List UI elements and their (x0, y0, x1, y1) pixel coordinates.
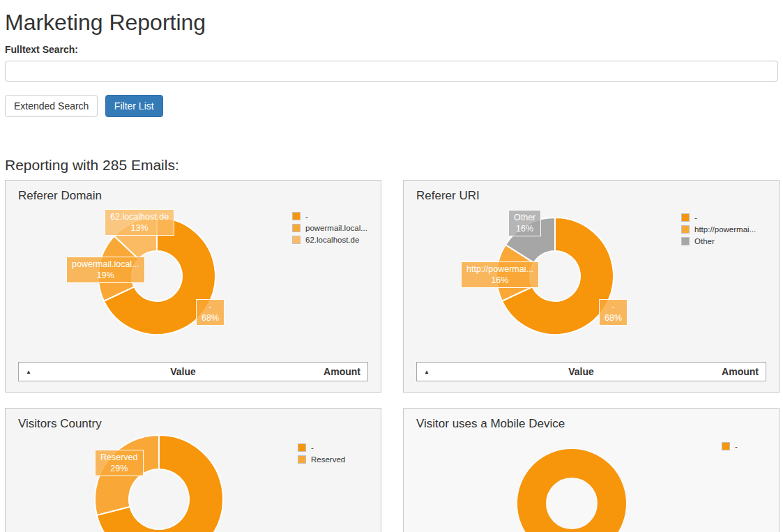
legend-swatch-icon (681, 237, 690, 245)
slice-label-line: - (605, 301, 622, 312)
slice-label-line: powermail.local... (72, 259, 139, 270)
legend-swatch-icon (722, 442, 730, 450)
slice-label: Other16% (508, 210, 541, 236)
results-table-header: ▲ValueAmount (416, 362, 766, 381)
legend-label: powermail.local... (305, 224, 367, 232)
visitor-mobile-device-donut-svg (416, 436, 766, 532)
fulltext-search-label: Fulltext Search: (5, 44, 778, 55)
slice-label: 62.localhost.de13% (105, 209, 174, 236)
legend-label: - (305, 212, 308, 220)
legend-label: Reserved (311, 455, 345, 464)
slice-label-line: 13% (110, 222, 169, 234)
slice-label-line: Reserved (100, 452, 138, 463)
chart-legend: -http://powermai...Other (681, 211, 756, 247)
slice-label-line: 19% (72, 270, 139, 281)
chart-legend: - (722, 440, 738, 452)
sort-asc-icon[interactable]: ▲ (424, 369, 441, 375)
results-table-header: ▲ValueAmount (18, 362, 368, 381)
filter-list-button[interactable]: Filter List (105, 95, 163, 117)
column-header-amount[interactable]: Amount (722, 366, 759, 377)
legend-swatch-icon (292, 224, 301, 232)
legend-item[interactable]: Other (681, 235, 756, 247)
extended-search-button[interactable]: Extended Search (5, 95, 98, 117)
slice-label-line: Other (514, 212, 535, 223)
slice-label-line: - (202, 301, 219, 312)
page-container: Marketing Reporting Fulltext Search: Ext… (0, 0, 783, 532)
panel-referer-uri: Referer URIOther16%http://powermai...16%… (403, 180, 780, 393)
column-header-value[interactable]: Value (43, 366, 324, 377)
chart-legend: -Reserved (298, 441, 345, 465)
slice-label-line: 16% (514, 223, 535, 234)
panel-title-visitors-country: Visitors Country (18, 417, 368, 431)
slice-label-line: 62.localhost.de (110, 211, 169, 222)
panel-title-referer-domain: Referer Domain (18, 189, 368, 203)
chart-legend: -powermail.local...62.localhost.de (292, 210, 367, 245)
slice-label: Reserved29% (95, 450, 144, 476)
legend-swatch-icon (298, 443, 306, 452)
referer-uri-donut-chart: Other16%http://powermai...16%-68%-http:/… (416, 208, 766, 362)
visitor-mobile-device-donut-chart: - (416, 436, 766, 532)
column-header-amount[interactable]: Amount (324, 366, 360, 377)
legend-label: - (311, 443, 314, 452)
panel-title-visitor-mobile-device: Visitor uses a Mobile Device (416, 417, 766, 431)
legend-label: Other (694, 237, 715, 245)
legend-item[interactable]: http://powermai... (681, 223, 756, 235)
legend-label: http://powermai... (694, 225, 756, 234)
legend-item[interactable]: powermail.local... (292, 222, 367, 234)
slice-label-line: http://powermai... (466, 264, 533, 275)
legend-swatch-icon (681, 225, 690, 234)
slice-label-line: 68% (202, 312, 219, 324)
pie-slice[interactable] (532, 464, 612, 532)
legend-swatch-icon (292, 212, 301, 220)
panel-title-referer-uri: Referer URI (416, 189, 766, 203)
referer-domain-donut-chart: 62.localhost.de13%powermail.local...19%-… (18, 208, 368, 362)
legend-item[interactable]: - (298, 441, 345, 453)
legend-item[interactable]: - (292, 210, 367, 222)
sort-asc-icon[interactable]: ▲ (26, 369, 43, 375)
slice-label: -68% (599, 299, 628, 326)
legend-label: - (694, 213, 697, 222)
legend-item[interactable]: - (722, 440, 738, 452)
fulltext-search-input[interactable] (5, 61, 778, 82)
legend-swatch-icon (681, 213, 690, 222)
slice-label-line: 68% (605, 312, 622, 324)
visitors-country-donut-chart: Reserved29%-Reserved (18, 436, 368, 532)
slice-label-line: 16% (466, 275, 533, 286)
panel-visitor-mobile-device: Visitor uses a Mobile Device-▲ValueAmoun… (403, 408, 780, 532)
legend-item[interactable]: 62.localhost.de (292, 234, 367, 245)
slice-label-line: 29% (100, 463, 138, 474)
panel-referer-domain: Referer Domain62.localhost.de13%powermai… (5, 180, 381, 393)
column-header-value[interactable]: Value (441, 366, 722, 377)
slice-label: -68% (196, 299, 225, 326)
legend-swatch-icon (298, 455, 306, 464)
search-buttons-row: Extended Search Filter List (5, 95, 778, 117)
legend-label: - (735, 442, 738, 450)
legend-item[interactable]: - (681, 211, 756, 223)
page-title: Marketing Reporting (5, 10, 778, 36)
legend-item[interactable]: Reserved (298, 453, 345, 465)
panel-visitors-country: Visitors CountryReserved29%-Reserved▲Val… (5, 408, 381, 532)
section-heading: Reporting with 285 Emails: (5, 157, 778, 174)
legend-label: 62.localhost.de (305, 236, 359, 244)
legend-swatch-icon (292, 236, 301, 244)
reports-grid: Referer Domain62.localhost.de13%powermai… (5, 180, 778, 532)
slice-label: http://powermai...16% (461, 261, 539, 288)
slice-label: powermail.local...19% (66, 257, 145, 283)
